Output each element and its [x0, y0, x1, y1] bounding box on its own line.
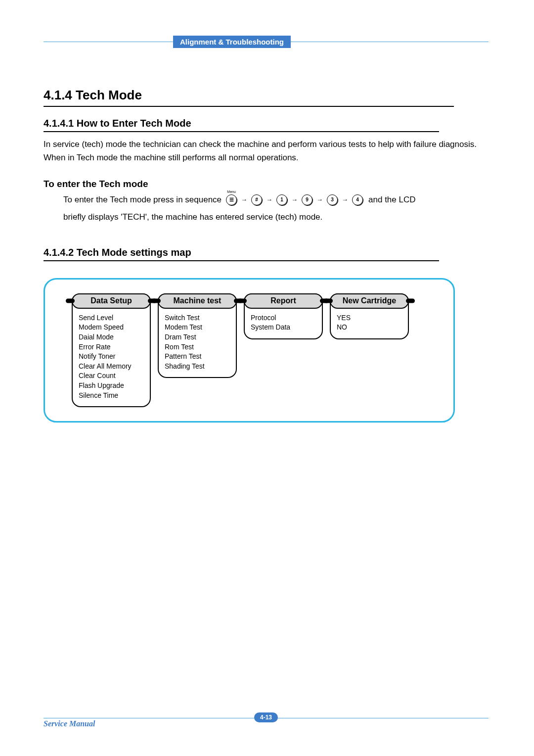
menu-item: Error Rate — [79, 342, 145, 352]
heading-settings-map: 4.1.4.2 Tech Mode settings map — [44, 247, 439, 261]
key-3-icon: 3 — [327, 194, 338, 205]
menu-item: Modem Speed — [79, 323, 145, 332]
key-sequence-line: To enter the Tech mode press in sequence… — [63, 194, 489, 205]
menu-item: Dram Test — [165, 332, 231, 342]
menu-item: Flash Upgrade — [79, 381, 145, 391]
arrow-icon: → — [291, 196, 298, 203]
arrow-icon: → — [342, 196, 348, 203]
menu-title: Machine test — [158, 293, 237, 309]
rule-left — [44, 42, 173, 42]
section-badge: Alignment & Troubleshooting — [173, 36, 291, 48]
menu-items: Send LevelModem SpeedDaial ModeError Rat… — [73, 294, 150, 406]
menu-title: Report — [244, 293, 323, 309]
seq-tail-text: and the LCD — [368, 195, 415, 205]
body-text: In service (tech) mode the technician ca… — [44, 139, 487, 150]
rule-right — [291, 42, 489, 42]
seq-continuation-text: briefly displays 'TECH', the machine has… — [63, 212, 489, 222]
menu-item: Notify Toner — [79, 352, 145, 362]
heading-tech-mode: 4.1.4 Tech Mode — [44, 88, 454, 107]
arrow-icon: → — [266, 196, 272, 203]
menu-box: Data SetupSend LevelModem SpeedDaial Mod… — [72, 293, 151, 407]
page-number: 4-13 — [254, 712, 278, 722]
menu-box: Machine testSwitch TestModem TestDram Te… — [158, 293, 237, 378]
settings-map-frame: Data SetupSend LevelModem SpeedDaial Mod… — [44, 278, 455, 423]
menu-item: Clear Count — [79, 371, 145, 381]
menu-item: Daial Mode — [79, 332, 145, 342]
menu-item: Switch Test — [165, 313, 231, 323]
footer-doc-title: Service Manual — [44, 719, 95, 728]
subheading-enter-tech-mode: To enter the Tech mode — [44, 179, 489, 189]
menu-title: Data Setup — [72, 293, 151, 309]
arrow-icon: → — [316, 196, 323, 203]
menu-box: ReportProtocolSystem Data — [244, 293, 323, 339]
menu-item: Silence Time — [79, 391, 145, 401]
menu-item: Rom Test — [165, 342, 231, 352]
menu-item: Modem Test — [165, 323, 231, 332]
menu-box: New CartridgeYESNO — [330, 293, 409, 339]
menu-item: NO — [337, 323, 403, 332]
menu-item: YES — [337, 313, 403, 323]
menu-item: Protocol — [251, 313, 317, 323]
menu-key-icon: ☰ — [226, 194, 237, 205]
menu-key-label: Menu — [227, 190, 236, 193]
heading-how-to-enter: 4.1.4.1 How to Enter Tech Mode — [44, 118, 439, 132]
menu-item: Pattern Test — [165, 352, 231, 362]
header-bar: Alignment & Troubleshooting — [44, 36, 489, 48]
menu-item: System Data — [251, 323, 317, 332]
hash-key-icon: # — [251, 194, 262, 205]
seq-lead-text: To enter the Tech mode press in sequence — [63, 195, 222, 205]
menu-item: Shading Test — [165, 362, 231, 372]
key-4-icon: 4 — [352, 194, 363, 205]
menu-item: Send Level — [79, 313, 145, 323]
key-1-icon: 1 — [276, 194, 287, 205]
key-9-icon: 9 — [302, 194, 312, 205]
arrow-icon: → — [241, 196, 247, 203]
menu-item: Clear All Memory — [79, 362, 145, 372]
body-text: When in Tech mode the machine still perf… — [44, 152, 487, 164]
menu-title: New Cartridge — [330, 293, 409, 309]
